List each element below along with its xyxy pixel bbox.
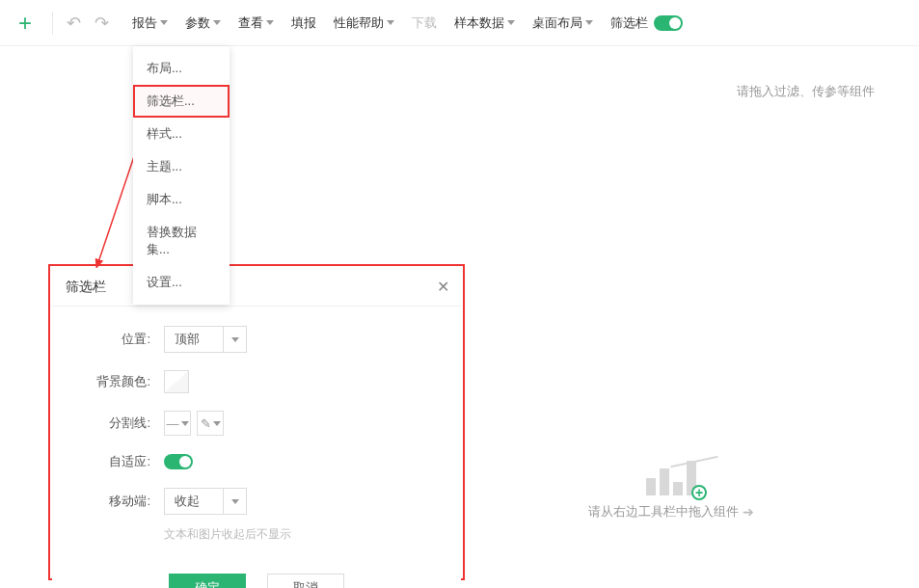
- canvas-hint-text: 请从右边工具栏中拖入组件: [588, 503, 739, 521]
- menu-label: 桌面布局: [532, 14, 582, 32]
- menu-label: 填报: [291, 14, 316, 32]
- label-divider: 分割线:: [81, 414, 164, 432]
- chevron-down-icon: [585, 20, 593, 25]
- menu-label: 下载: [412, 14, 437, 32]
- menu-param[interactable]: 参数: [185, 14, 221, 32]
- chevron-down-icon: [507, 20, 515, 25]
- menu-label: 查看: [238, 14, 263, 32]
- dropdown-item-style[interactable]: 样式...: [133, 118, 230, 150]
- label-adaptive: 自适应:: [81, 453, 164, 470]
- chart-placeholder-icon: [642, 453, 700, 495]
- menu-fill-report[interactable]: 填报: [291, 14, 316, 32]
- chart-bar: [646, 478, 656, 495]
- toggle-knob: [179, 456, 191, 468]
- chevron-down-icon: [266, 20, 274, 25]
- toggle-knob: [669, 17, 681, 29]
- undo-icon[interactable]: ↶: [67, 13, 81, 34]
- menu-label: 参数: [185, 14, 210, 32]
- chevron-down-icon: [223, 326, 246, 353]
- chart-line-icon: [646, 453, 694, 472]
- redo-icon[interactable]: ↷: [95, 13, 109, 34]
- canvas-placeholder: 请从右边工具栏中拖入组件 ➔: [588, 453, 754, 521]
- divider: [52, 12, 53, 35]
- label-position: 位置:: [81, 331, 164, 348]
- chevron-down-icon: [213, 20, 221, 25]
- adaptive-toggle[interactable]: [164, 454, 193, 469]
- dropdown-item-replace-ds[interactable]: 替换数据集...: [133, 216, 230, 266]
- divider-brush-picker[interactable]: ✎: [197, 411, 224, 436]
- dialog-title: 筛选栏: [66, 279, 106, 296]
- menu-view[interactable]: 查看: [238, 14, 274, 32]
- close-icon[interactable]: ✕: [437, 278, 449, 296]
- menu-label: 样本数据: [454, 14, 504, 32]
- brush-icon: ✎: [201, 416, 211, 431]
- menu-label: 报告: [132, 14, 157, 32]
- menu-report[interactable]: 报告: [132, 14, 168, 32]
- menu-desktop-layout[interactable]: 桌面布局: [532, 14, 593, 32]
- arrow-right-icon: ➔: [743, 504, 754, 520]
- filter-bar-toggle[interactable]: [654, 15, 683, 31]
- position-select[interactable]: 顶部: [164, 326, 247, 353]
- mobile-hint: 文本和图片收起后不显示: [164, 526, 432, 543]
- menu-label: 筛选栏: [610, 14, 648, 32]
- dropdown-item-theme[interactable]: 主题...: [133, 150, 230, 183]
- dropdown-item-script[interactable]: 脚本...: [133, 183, 230, 216]
- report-dropdown: 布局... 筛选栏... 样式... 主题... 脚本... 替换数据集... …: [133, 46, 230, 305]
- menu-label: 性能帮助: [334, 14, 384, 32]
- menu-download: 下载: [412, 14, 437, 32]
- position-value: 顶部: [165, 331, 223, 348]
- chevron-down-icon: [181, 421, 189, 426]
- dropdown-item-layout[interactable]: 布局...: [133, 52, 230, 85]
- dropdown-item-settings[interactable]: 设置...: [133, 266, 230, 299]
- mobile-select[interactable]: 收起: [164, 488, 247, 515]
- dropdown-item-filter-bar[interactable]: 筛选栏...: [133, 85, 230, 118]
- chevron-down-icon: [223, 488, 246, 515]
- menu-filter-bar[interactable]: 筛选栏: [610, 14, 683, 32]
- filter-bar-dialog: 筛选栏 ✕ 位置: 顶部 背景颜色: 分割线: — ✎: [52, 268, 461, 588]
- menu-perf[interactable]: 性能帮助: [334, 14, 394, 32]
- drop-hint: 请拖入过滤、传参等组件: [737, 83, 875, 100]
- add-button[interactable]: +: [12, 10, 39, 37]
- cancel-button[interactable]: 取消: [267, 574, 344, 588]
- divider-style-picker[interactable]: —: [164, 411, 191, 436]
- chevron-down-icon: [160, 20, 168, 25]
- chevron-down-icon: [213, 421, 221, 426]
- add-chart-icon: [691, 485, 707, 500]
- label-bg-color: 背景颜色:: [81, 373, 164, 390]
- menu-sample[interactable]: 样本数据: [454, 14, 515, 32]
- chart-bar: [673, 482, 683, 495]
- mobile-value: 收起: [165, 493, 223, 510]
- label-mobile: 移动端:: [81, 493, 164, 510]
- chevron-down-icon: [387, 20, 394, 25]
- bg-color-picker[interactable]: [164, 370, 189, 393]
- chart-bar: [660, 468, 669, 495]
- ok-button[interactable]: 确定: [169, 574, 246, 588]
- line-style-icon: —: [167, 416, 179, 431]
